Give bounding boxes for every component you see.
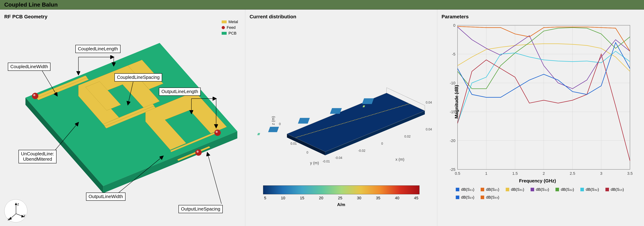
axis-z-label: z xyxy=(17,202,19,206)
panel-parameters-title: Parameters xyxy=(442,14,640,20)
svg-text:1.5: 1.5 xyxy=(512,171,518,176)
cbtick: 15 xyxy=(300,196,304,200)
legend-swatch-icon xyxy=(606,188,609,191)
anno-uncoupled-line: UnCoupledLine: UbendMitered xyxy=(18,150,56,163)
svg-text:3.5: 3.5 xyxy=(627,171,633,176)
ytick: -0.01 xyxy=(322,160,330,163)
page-title: Coupled Line Balun xyxy=(0,0,644,10)
ylabel: y (m) xyxy=(310,161,319,165)
zlabel: z (m) xyxy=(271,116,275,125)
anno-output-line-spacing: OutputLineSpacing xyxy=(178,205,223,213)
chart-ylabel: Magnitude (dB) xyxy=(454,85,459,119)
svg-text:1: 1 xyxy=(485,171,488,176)
legend-item: dB(S₂₃) xyxy=(456,195,474,200)
svg-rect-36 xyxy=(257,133,260,135)
legend-label: dB(S₃₃) xyxy=(486,195,499,200)
xlabel: x (m) xyxy=(396,157,404,162)
svg-point-17 xyxy=(195,149,202,156)
svg-rect-33 xyxy=(298,118,310,124)
panel-current: Current distribution xyxy=(245,10,437,226)
legend-item: dB(S₂₁) xyxy=(481,187,499,192)
legend-label: dB(S₁₁) xyxy=(461,187,474,192)
svg-point-13 xyxy=(32,93,38,99)
svg-point-18 xyxy=(196,151,199,153)
panel-parameters: Parameters 0.511.522.533.5-25-20-15-10-5… xyxy=(437,10,644,226)
cbtick: 35 xyxy=(376,196,380,200)
legend-label: dB(S₂₁) xyxy=(486,187,499,192)
svg-text:0.5: 0.5 xyxy=(455,171,460,176)
xtick: 0.04 xyxy=(426,128,432,131)
xtick: -0.04 xyxy=(335,156,342,160)
xtick: 0 xyxy=(381,142,383,145)
ytick: 0.01 xyxy=(290,142,297,145)
svg-text:2.5: 2.5 xyxy=(570,171,575,176)
axis-y-label: y xyxy=(24,213,26,217)
svg-point-14 xyxy=(33,94,35,96)
xtick: -0.02 xyxy=(358,149,366,152)
colorbar-ticks: 5 10 15 20 25 30 35 40 45 xyxy=(263,196,420,200)
colorbar-gradient-icon xyxy=(263,185,420,194)
svg-point-15 xyxy=(214,130,221,136)
legend-label: dB(S₃₁) xyxy=(511,187,524,192)
svg-text:-25: -25 xyxy=(450,167,456,172)
legend-swatch-icon xyxy=(481,195,484,199)
svg-rect-35 xyxy=(362,98,374,104)
xtick: 0.02 xyxy=(404,135,410,138)
legend-label: dB(S₂₂) xyxy=(561,187,574,192)
current-distribution-plot: x (m) y (m) z (m) -0.04 -0.02 0 0.02 0.0… xyxy=(250,22,433,182)
legend-swatch-icon xyxy=(456,195,459,199)
panel-geometry-title: RF PCB Geometry xyxy=(4,14,241,20)
legend-item: dB(S₃₂) xyxy=(580,187,599,192)
axis-x-label: x xyxy=(8,217,10,221)
svg-marker-22 xyxy=(15,203,17,205)
svg-text:-10: -10 xyxy=(450,81,456,85)
legend-swatch-icon xyxy=(556,188,559,191)
cbtick: 25 xyxy=(338,196,342,200)
svg-rect-32 xyxy=(268,127,279,132)
legend-label: dB(S₂₃) xyxy=(461,195,474,200)
sparameters-chart: 0.511.522.533.5-25-20-15-10-50 Magnitude… xyxy=(442,22,634,182)
svg-rect-34 xyxy=(330,108,342,114)
ytick: 0 xyxy=(306,151,308,154)
colorbar-unit: A/m xyxy=(263,202,420,207)
colorbar: 5 10 15 20 25 30 35 40 45 A/m xyxy=(263,185,420,207)
cbtick: 20 xyxy=(319,196,323,200)
legend-item: dB(S₁₃) xyxy=(606,187,624,192)
svg-text:3: 3 xyxy=(600,171,602,176)
svg-text:2: 2 xyxy=(543,171,545,176)
legend-label: dB(S₁₂) xyxy=(536,187,549,192)
svg-text:0: 0 xyxy=(453,23,456,28)
legend-swatch-icon xyxy=(506,188,509,191)
legend-item: dB(S₂₂) xyxy=(556,187,574,192)
ztick: 0.04 xyxy=(426,101,432,104)
axis-orientation-icon: z y x xyxy=(4,199,27,222)
anno-coupled-line-spacing: CoupledLineSpacing xyxy=(114,73,162,82)
panel-geometry: RF PCB Geometry Metal Feed PCB xyxy=(0,10,245,226)
svg-text:-20: -20 xyxy=(450,138,456,143)
geometry-diagram: CoupledLineWidth CoupledLineLength Coupl… xyxy=(4,22,241,208)
legend-item: dB(S₁₁) xyxy=(456,187,474,192)
legend-item: dB(S₃₁) xyxy=(506,187,524,192)
cbtick: 5 xyxy=(264,196,266,200)
anno-output-line-length: OutputLineLength xyxy=(159,88,201,96)
legend-label: dB(S₃₂) xyxy=(586,187,599,192)
cbtick: 10 xyxy=(281,196,285,200)
legend-label: dB(S₁₃) xyxy=(611,187,624,192)
legend-swatch-icon xyxy=(530,188,534,191)
legend-item: dB(S₁₂) xyxy=(530,187,549,192)
anno-output-line-width: OutputLineWidth xyxy=(86,192,126,201)
svg-point-16 xyxy=(216,131,218,133)
legend-swatch-icon xyxy=(580,188,584,191)
anno-coupled-line-length: CoupledLineLength xyxy=(75,45,120,53)
legend-swatch-icon xyxy=(481,188,484,191)
ztick0: 0 xyxy=(279,122,281,126)
panel-current-title: Current distribution xyxy=(250,14,433,20)
legend-item: dB(S₃₃) xyxy=(481,195,499,200)
chart-xlabel: Frequency (GHz) xyxy=(519,178,556,184)
anno-coupled-line-width: CoupledLineWidth xyxy=(8,63,50,71)
chart-legend: dB(S₁₁)dB(S₂₁)dB(S₃₁)dB(S₁₂)dB(S₂₂)dB(S₃… xyxy=(442,187,640,200)
legend-swatch-icon xyxy=(456,188,459,191)
cbtick: 40 xyxy=(395,196,399,200)
cbtick: 30 xyxy=(357,196,361,200)
svg-text:-5: -5 xyxy=(452,52,456,56)
